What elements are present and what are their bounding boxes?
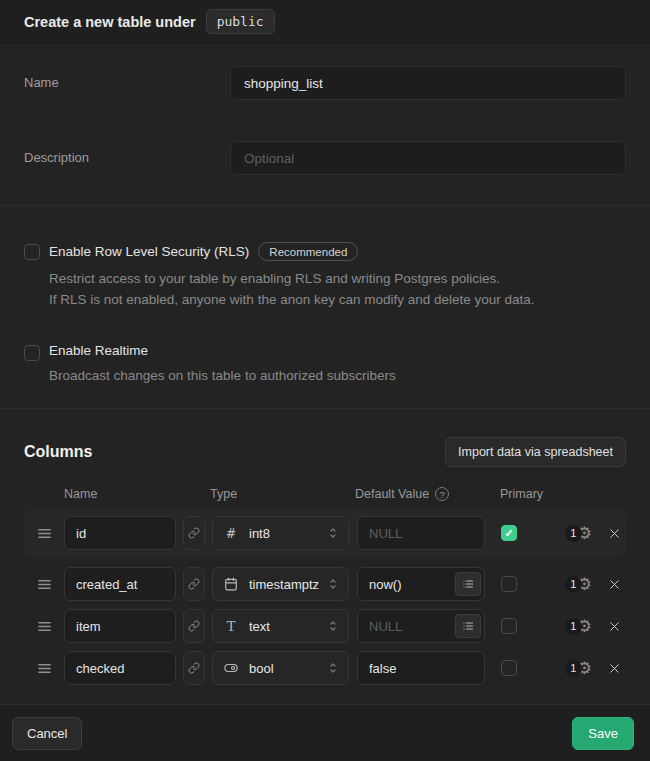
column-default-input[interactable] xyxy=(357,651,485,685)
table-info-section: Name Description xyxy=(0,44,650,206)
settings-count-badge: 1 xyxy=(565,618,582,635)
foreign-key-link-icon[interactable] xyxy=(183,609,205,643)
description-field-row: Description xyxy=(24,141,626,175)
column-row-item: T text 1 ⚙ xyxy=(24,609,626,643)
chevron-updown-icon xyxy=(327,619,339,633)
save-button[interactable]: Save xyxy=(572,717,634,750)
column-header-primary: Primary xyxy=(500,487,543,501)
chevron-updown-icon xyxy=(327,577,339,591)
security-section: Enable Row Level Security (RLS) Recommen… xyxy=(0,206,650,409)
cancel-button[interactable]: Cancel xyxy=(12,717,82,750)
settings-count-badge: 1 xyxy=(565,660,582,677)
remove-column-icon[interactable] xyxy=(607,661,622,676)
drag-handle-icon[interactable] xyxy=(24,577,64,592)
column-row-created-at: timestamptz 1 ⚙ xyxy=(24,567,626,601)
realtime-toggle-block: Enable Realtime Broadcast changes on thi… xyxy=(24,343,626,386)
remove-column-icon[interactable] xyxy=(607,577,622,592)
drag-handle-icon[interactable] xyxy=(24,661,64,676)
column-type-select[interactable]: T text xyxy=(212,609,349,643)
column-name-input[interactable] xyxy=(64,609,176,643)
realtime-checkbox[interactable] xyxy=(24,345,40,361)
drag-handle-icon[interactable] xyxy=(24,619,64,634)
primary-key-checkbox[interactable] xyxy=(501,576,517,592)
default-value-list-icon[interactable] xyxy=(455,572,481,596)
remove-column-icon[interactable] xyxy=(607,619,622,634)
settings-count-badge: 1 xyxy=(565,576,582,593)
column-name-input[interactable] xyxy=(64,651,176,685)
foreign-key-link-icon[interactable] xyxy=(183,567,205,601)
rls-label: Enable Row Level Security (RLS) xyxy=(49,244,249,259)
help-icon[interactable]: ? xyxy=(435,487,449,501)
rls-toggle-block: Enable Row Level Security (RLS) Recommen… xyxy=(24,242,626,310)
remove-column-icon[interactable] xyxy=(607,526,622,541)
check-icon: ✓ xyxy=(504,528,513,539)
column-type-select[interactable]: bool xyxy=(212,651,349,685)
column-name-input[interactable] xyxy=(64,516,176,550)
toggle-icon xyxy=(222,661,240,675)
realtime-description: Broadcast changes on this table to autho… xyxy=(49,365,396,386)
name-field-row: Name xyxy=(24,66,626,100)
table-description-input[interactable] xyxy=(230,141,626,175)
foreign-key-link-icon[interactable] xyxy=(183,516,205,550)
columns-title: Columns xyxy=(24,443,92,461)
dialog-header: Create a new table under public xyxy=(0,0,650,44)
realtime-label: Enable Realtime xyxy=(49,343,148,358)
column-row-checked: bool 1 ⚙ xyxy=(24,651,626,685)
column-type-select[interactable]: timestamptz xyxy=(212,567,349,601)
primary-key-checkbox[interactable] xyxy=(501,660,517,676)
primary-key-checkbox[interactable]: ✓ xyxy=(501,525,517,541)
column-header-default: Default Value ? xyxy=(355,487,500,501)
column-name-input[interactable] xyxy=(64,567,176,601)
default-value-list-icon[interactable] xyxy=(455,614,481,638)
columns-section: Columns Import data via spreadsheet Name… xyxy=(0,409,650,705)
drag-handle-icon[interactable] xyxy=(24,526,64,541)
column-header-type: Type xyxy=(210,487,355,501)
name-label: Name xyxy=(24,66,230,90)
chevron-updown-icon xyxy=(327,526,339,540)
calendar-icon xyxy=(222,577,240,591)
import-spreadsheet-button[interactable]: Import data via spreadsheet xyxy=(445,437,626,467)
primary-key-checkbox[interactable] xyxy=(501,618,517,634)
column-default-input[interactable] xyxy=(357,516,485,550)
table-name-input[interactable] xyxy=(230,66,626,100)
description-label: Description xyxy=(24,141,230,165)
settings-count-badge: 1 xyxy=(565,525,582,542)
rls-description: Restrict access to your table by enablin… xyxy=(49,268,535,310)
rls-checkbox[interactable] xyxy=(24,244,40,260)
column-type-select[interactable]: # int8 xyxy=(212,516,349,550)
schema-badge: public xyxy=(206,9,275,34)
column-header-name: Name xyxy=(64,487,210,501)
text-icon: T xyxy=(222,618,240,635)
column-row-id-highlight: # int8 ✓ 1 ⚙ xyxy=(24,509,626,557)
hash-icon: # xyxy=(222,525,240,541)
column-row-id: # int8 ✓ 1 ⚙ xyxy=(24,516,626,550)
page-title: Create a new table under xyxy=(24,14,196,30)
chevron-updown-icon xyxy=(327,661,339,675)
recommended-badge: Recommended xyxy=(258,242,358,261)
columns-grid-headers: Name Type Default Value ? Primary xyxy=(24,487,626,501)
foreign-key-link-icon[interactable] xyxy=(183,651,205,685)
dialog-footer: Cancel Save xyxy=(0,705,650,761)
